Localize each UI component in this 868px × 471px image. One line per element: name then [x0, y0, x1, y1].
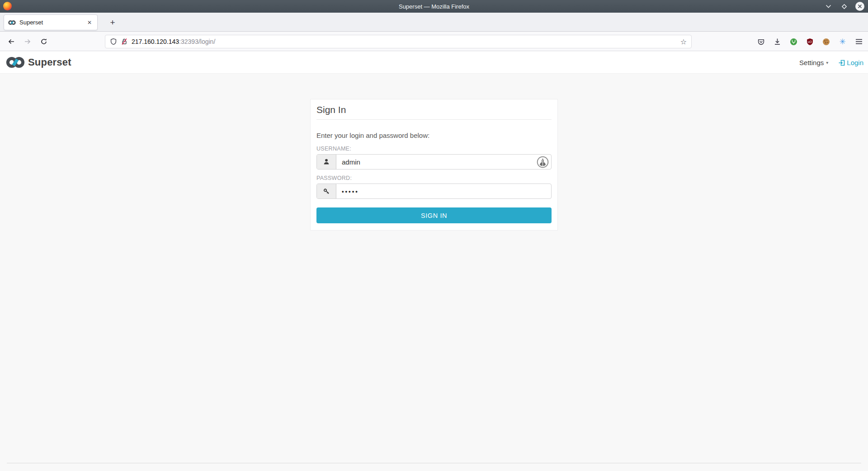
insecure-lock-icon[interactable] [121, 38, 128, 45]
firefox-logo-icon [3, 2, 12, 10]
user-icon [317, 155, 336, 169]
ublock-origin-icon[interactable]: uO [803, 35, 816, 48]
login-arrow-icon [838, 59, 845, 66]
tab-superset[interactable]: Superset ✕ [4, 14, 98, 30]
superset-navbar: Superset Settings ▾ Login [0, 52, 868, 74]
svg-text:uO: uO [808, 40, 812, 43]
tab-title: Superset [19, 19, 85, 26]
refresh-button[interactable] [37, 35, 51, 48]
card-title: Sign In [316, 104, 346, 115]
browser-toolbar: 217.160.120.143:32393/login/ ☆ uO ✳ [0, 32, 868, 51]
footer-divider [7, 463, 861, 463]
username-label: USERNAME: [316, 146, 552, 152]
new-tab-button[interactable]: + [107, 17, 118, 28]
sign-in-card: Sign In Enter your login and password be… [310, 99, 558, 231]
password-input[interactable] [336, 184, 551, 198]
username-input[interactable] [336, 155, 551, 169]
settings-menu[interactable]: Settings ▾ [799, 59, 828, 66]
tab-bar: Superset ✕ + [0, 13, 868, 32]
window-maximize-button[interactable] [840, 2, 849, 11]
username-input-group [316, 154, 552, 170]
asterisk-extension-icon[interactable]: ✳ [836, 35, 849, 48]
forward-button[interactable] [21, 35, 34, 48]
superset-brand[interactable]: Superset [5, 56, 71, 69]
window-close-button[interactable] [855, 2, 864, 11]
url-host: 217.160.120.143 [132, 38, 179, 45]
downloads-icon[interactable] [771, 35, 784, 48]
sign-in-button[interactable]: SIGN IN [316, 207, 552, 223]
card-heading: Sign In [316, 99, 552, 120]
superset-logo-icon [5, 56, 25, 69]
login-label: Login [847, 59, 863, 66]
back-button[interactable] [5, 35, 18, 48]
settings-label: Settings [799, 59, 824, 66]
password-label: PASSWORD: [316, 175, 552, 181]
page-background: Sign In Enter your login and password be… [0, 74, 868, 471]
tab-close-icon[interactable]: ✕ [85, 19, 94, 27]
window-minimize-button[interactable] [824, 2, 833, 11]
url-path: :32393/login/ [179, 38, 215, 45]
url-bar[interactable]: 217.160.120.143:32393/login/ ☆ [105, 35, 692, 48]
brand-title: Superset [28, 57, 71, 68]
superset-favicon-icon [8, 20, 16, 25]
tracking-shield-icon[interactable] [110, 38, 117, 45]
firefox-window: Superset — Mozilla Firefox Superset ✕ + [0, 0, 868, 471]
url-text: 217.160.120.143:32393/login/ [132, 38, 215, 45]
bookmark-star-icon[interactable]: ☆ [680, 38, 687, 46]
menu-hamburger-icon[interactable] [852, 35, 865, 48]
window-titlebar: Superset — Mozilla Firefox [0, 0, 868, 13]
password-input-group [316, 184, 552, 199]
window-title: Superset — Mozilla Firefox [0, 3, 868, 10]
privacy-extension-icon[interactable] [787, 35, 800, 48]
key-icon [317, 184, 336, 198]
caret-down-icon: ▾ [826, 60, 828, 65]
password-manager-extension-icon[interactable] [537, 156, 549, 168]
pocket-icon[interactable] [755, 35, 768, 48]
login-link[interactable]: Login [838, 59, 863, 66]
login-instructions: Enter your login and password below: [316, 132, 552, 139]
cookie-extension-icon[interactable] [820, 35, 833, 48]
